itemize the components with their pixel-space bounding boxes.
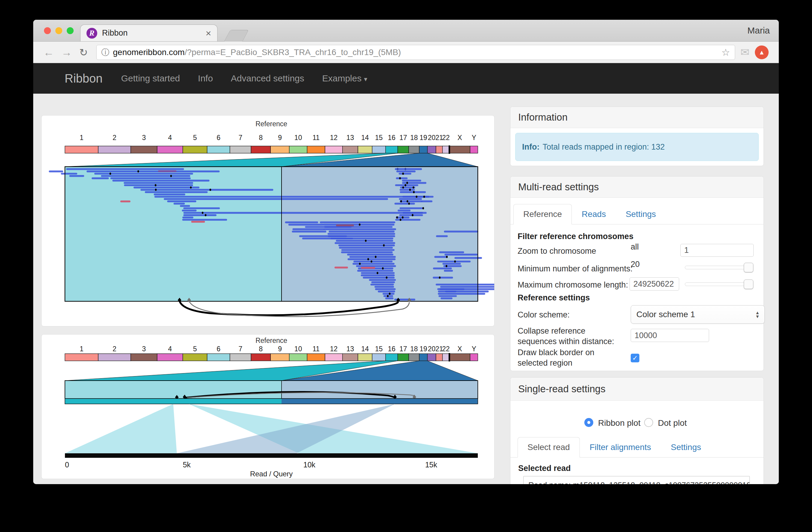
ribbon-plot-label[interactable]: Ribbon plot xyxy=(598,418,641,428)
read-alignment[interactable] xyxy=(288,224,323,226)
chromosome-segment-6[interactable] xyxy=(207,146,230,153)
url-bar[interactable]: ⓘ genomeribbon.com /?perma=E_PacBio_SKBR… xyxy=(96,45,735,60)
read-alignment[interactable] xyxy=(402,182,426,184)
min-alignments-slider[interactable] xyxy=(685,266,753,269)
read-alignment[interactable] xyxy=(375,288,396,290)
zoom-window-button[interactable] xyxy=(67,27,74,34)
read-alignment[interactable] xyxy=(444,231,478,232)
read-alignment[interactable] xyxy=(341,251,393,253)
chromosome-segment-1[interactable] xyxy=(65,354,98,361)
read-alignment[interactable] xyxy=(443,263,461,265)
chromosome-segment-17[interactable] xyxy=(397,146,409,153)
color-scheme-select[interactable]: Color scheme 1 ▲▼ xyxy=(631,305,765,324)
read-alignment[interactable] xyxy=(285,221,318,223)
chromosome-segment-8[interactable] xyxy=(251,354,271,361)
read-alignment[interactable] xyxy=(395,168,422,170)
chromosome-segment-Y[interactable] xyxy=(470,146,478,153)
read-alignment[interactable] xyxy=(293,228,324,230)
read-alignment[interactable] xyxy=(440,286,494,288)
read-alignment[interactable] xyxy=(395,184,418,186)
read-alignment[interactable] xyxy=(396,171,416,172)
selected-read-item[interactable]: Read name: m150118_125518_00118_c1007673… xyxy=(528,480,750,484)
read-alignment[interactable] xyxy=(397,210,410,212)
read-alignment[interactable] xyxy=(167,200,196,202)
single-read-plot[interactable]: Reference1234567891011121314151617181920… xyxy=(42,334,494,479)
chromosome-segment-21[interactable] xyxy=(436,146,443,153)
tab-reads[interactable]: Reads xyxy=(572,204,616,225)
chromosome-segment-X[interactable] xyxy=(449,146,470,153)
read-alignment[interactable] xyxy=(375,286,394,288)
read-alignment[interactable] xyxy=(395,219,420,220)
read-alignment[interactable] xyxy=(438,290,489,292)
tab-close-icon[interactable]: × xyxy=(205,28,211,38)
read-alignment[interactable] xyxy=(369,279,396,281)
read-alignment[interactable] xyxy=(439,251,464,253)
read-alignment[interactable] xyxy=(441,298,453,299)
read-alignment[interactable] xyxy=(91,177,109,179)
chromosome-segment-1[interactable] xyxy=(65,146,98,153)
read-alignment[interactable] xyxy=(124,184,193,186)
read-alignment[interactable] xyxy=(371,284,394,285)
chromosome-segment-7[interactable] xyxy=(230,354,251,361)
read-alignment[interactable] xyxy=(184,207,220,209)
read-alignment[interactable] xyxy=(182,210,197,212)
collapse-distance-input[interactable]: 10000 xyxy=(631,329,709,342)
read-alignment[interactable] xyxy=(120,200,130,202)
chromosome-segment-13[interactable] xyxy=(343,146,358,153)
read-alignment[interactable] xyxy=(353,261,393,262)
chromosome-segment-18[interactable] xyxy=(409,146,419,153)
nav-item-advanced-settings[interactable]: Advanced settings xyxy=(231,73,304,84)
read-alignment[interactable] xyxy=(164,198,388,200)
read-alignment[interactable] xyxy=(436,235,448,237)
read-alignment[interactable] xyxy=(133,187,199,188)
close-window-button[interactable] xyxy=(44,27,51,34)
read-alignment[interactable] xyxy=(94,173,193,174)
read-alignment[interactable] xyxy=(49,171,63,172)
read-alignment[interactable] xyxy=(357,270,393,272)
read-alignment[interactable] xyxy=(180,205,190,207)
read-alignment[interactable] xyxy=(154,193,185,196)
read-alignment[interactable] xyxy=(184,214,217,216)
read-alignment[interactable] xyxy=(383,293,395,295)
chromosome-segment-10[interactable] xyxy=(289,146,307,153)
dot-plot-radio[interactable] xyxy=(644,418,653,427)
read-alignment[interactable] xyxy=(328,233,395,235)
chromosome-segment-8[interactable] xyxy=(251,146,271,153)
nav-item-info[interactable]: Info xyxy=(198,73,213,84)
read-alignment[interactable] xyxy=(182,219,227,220)
page-info-icon[interactable]: ⓘ xyxy=(101,47,110,58)
read-alignment[interactable] xyxy=(437,288,494,290)
read-alignment[interactable] xyxy=(385,298,394,299)
reload-icon[interactable]: ↻ xyxy=(79,46,88,58)
new-tab-button[interactable] xyxy=(224,30,249,42)
chromosome-segment-22[interactable] xyxy=(443,146,449,153)
max-chrom-length-slider[interactable] xyxy=(685,283,753,286)
tab-settings[interactable]: Settings xyxy=(661,437,711,458)
read-alignment[interactable] xyxy=(124,182,193,184)
read-alignment[interactable] xyxy=(444,270,453,272)
read-alignment[interactable] xyxy=(394,203,415,205)
mail-extension-icon[interactable]: ✉ xyxy=(740,46,750,59)
chromosome-segment-22[interactable] xyxy=(443,354,449,361)
read-alignment[interactable] xyxy=(66,168,184,170)
read-alignment[interactable] xyxy=(342,249,395,251)
chromosome-segment-10[interactable] xyxy=(289,354,307,361)
read-alignment[interactable] xyxy=(439,295,457,297)
chromosome-segment-19[interactable] xyxy=(419,146,427,153)
chr19-zoom-band[interactable] xyxy=(281,380,478,399)
read-alignment[interactable] xyxy=(433,268,452,269)
read-alignment[interactable] xyxy=(292,231,326,232)
chromosome-segment-12[interactable] xyxy=(325,146,342,153)
read-alignment[interactable] xyxy=(399,198,422,200)
read-alignment[interactable] xyxy=(339,247,393,249)
read-alignment[interactable] xyxy=(191,221,205,222)
multi-read-plot[interactable]: Reference1234567891011121314151617181920… xyxy=(42,115,494,326)
slider-thumb[interactable] xyxy=(744,263,753,272)
chromosome-segment-7[interactable] xyxy=(230,146,251,153)
read-alignment[interactable] xyxy=(336,240,393,242)
back-icon[interactable]: ← xyxy=(43,46,54,59)
chromosome-segment-19[interactable] xyxy=(419,354,427,361)
max-chrom-length-input[interactable]: 249250622 xyxy=(629,277,679,290)
read-alignment[interactable] xyxy=(399,173,411,174)
read-alignment[interactable] xyxy=(305,226,351,228)
